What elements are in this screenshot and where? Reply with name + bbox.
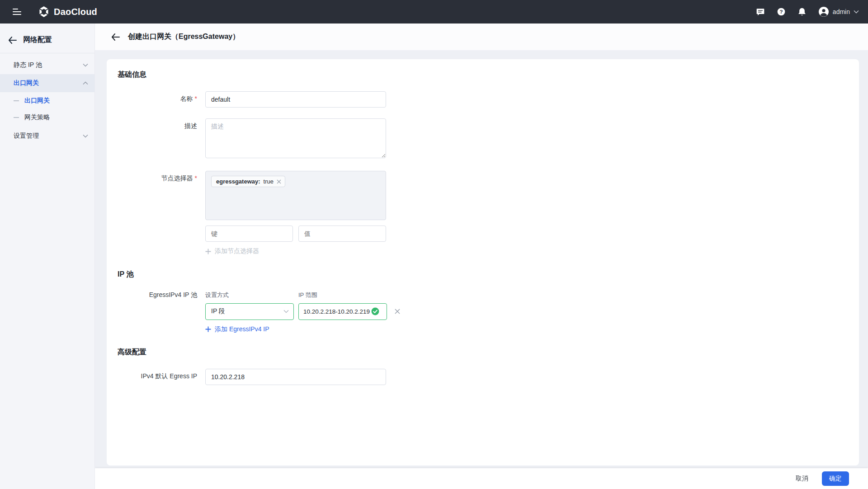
hamburger-menu-icon[interactable]: [13, 9, 22, 15]
valid-check-icon: [371, 307, 379, 315]
plus-icon: [205, 249, 211, 254]
chevron-down-icon: [83, 63, 88, 67]
ip-pool-label: EgressIPv4 IP 池: [118, 291, 197, 334]
default-egress-ip-input[interactable]: [205, 369, 386, 385]
method-header: 设置方式: [205, 291, 294, 299]
node-selector-tag: egressgateway: true: [211, 176, 285, 187]
name-input[interactable]: [205, 91, 386, 108]
section-ip-pool: IP 池: [118, 270, 848, 279]
content: 基础信息 名称* 描述: [95, 50, 868, 489]
node-selector-tagbox[interactable]: egressgateway: true: [205, 171, 386, 220]
page-title: 创建出口网关（EgressGateway）: [128, 32, 240, 42]
bell-icon[interactable]: [797, 7, 807, 16]
ip-method-select[interactable]: IP 段: [205, 303, 294, 320]
section-basic-info: 基础信息: [118, 70, 848, 80]
brand: DaoCloud: [38, 6, 97, 18]
sidebar-divider: [0, 53, 94, 53]
default-egress-ip-row: IPv4 默认 Egress IP: [118, 369, 848, 385]
cancel-button[interactable]: 取消: [796, 475, 808, 483]
add-node-selector-button[interactable]: 添加节点选择器: [205, 247, 259, 255]
chevron-down-icon: [83, 134, 88, 138]
svg-text:?: ?: [779, 9, 783, 14]
form-card: 基础信息 名称* 描述: [107, 59, 859, 465]
node-selector-row: 节点选择器* egressgateway: true: [118, 171, 848, 256]
user-chevron-down-icon: [854, 10, 859, 14]
section-advanced: 高级配置: [118, 348, 848, 357]
brand-name: DaoCloud: [54, 7, 97, 17]
chevron-up-icon: [83, 81, 88, 85]
add-egress-ipv4-button[interactable]: 添加 EgressIPv4 IP: [205, 325, 269, 334]
required-marker: *: [195, 95, 197, 102]
description-row: 描述: [118, 118, 848, 160]
sidebar-back-icon[interactable]: [8, 37, 17, 44]
sidebar-title: 网络配置: [23, 35, 52, 45]
name-row: 名称*: [118, 91, 848, 108]
select-chevron-down-icon: [283, 310, 289, 313]
dash-icon: [14, 117, 19, 118]
chat-icon[interactable]: [756, 7, 765, 16]
remove-ip-row-icon[interactable]: [394, 308, 401, 315]
dash-icon: [14, 100, 19, 101]
selector-key-input[interactable]: [205, 226, 293, 242]
ip-range-field: [298, 303, 387, 320]
range-header: IP 范围: [298, 291, 387, 299]
required-marker: *: [195, 174, 197, 182]
node-selector-label: 节点选择器*: [118, 171, 197, 256]
sidebar-item-egress-gateway-group[interactable]: 出口网关: [0, 74, 94, 92]
name-label: 名称*: [118, 91, 197, 108]
user-avatar-icon: [818, 6, 829, 17]
topbar: DaoCloud ?: [0, 0, 868, 24]
page-header: 创建出口网关（EgressGateway）: [95, 24, 868, 50]
daocloud-logo-icon: [38, 6, 50, 18]
ip-pool-row: EgressIPv4 IP 池 设置方式 IP 段: [118, 291, 848, 334]
page-back-icon[interactable]: [111, 33, 120, 41]
sidebar-subitem-gateway-policy[interactable]: 网关策略: [0, 109, 94, 126]
sidebar-item-static-ip-pool[interactable]: 静态 IP 池: [0, 56, 94, 74]
confirm-button[interactable]: 确定: [822, 471, 849, 486]
help-icon[interactable]: ?: [777, 7, 786, 16]
description-label: 描述: [118, 118, 197, 160]
description-textarea[interactable]: [205, 118, 386, 158]
selector-value-input[interactable]: [298, 226, 386, 242]
default-egress-ip-label: IPv4 默认 Egress IP: [118, 369, 197, 385]
user-menu[interactable]: admin: [818, 6, 859, 17]
sidebar-subitem-egress-gateway[interactable]: 出口网关: [0, 92, 94, 109]
username: admin: [833, 8, 850, 15]
tag-close-icon[interactable]: [277, 179, 281, 184]
sidebar: 网络配置 静态 IP 池 出口网关 出口网关 网关策略 设置管理: [0, 24, 95, 489]
sidebar-item-settings[interactable]: 设置管理: [0, 127, 94, 145]
plus-icon: [205, 326, 211, 332]
ip-range-input[interactable]: [303, 308, 371, 315]
footer-bar: 取消 确定: [95, 468, 868, 489]
main-area: 创建出口网关（EgressGateway） 基础信息 名称* 描述: [95, 24, 868, 489]
